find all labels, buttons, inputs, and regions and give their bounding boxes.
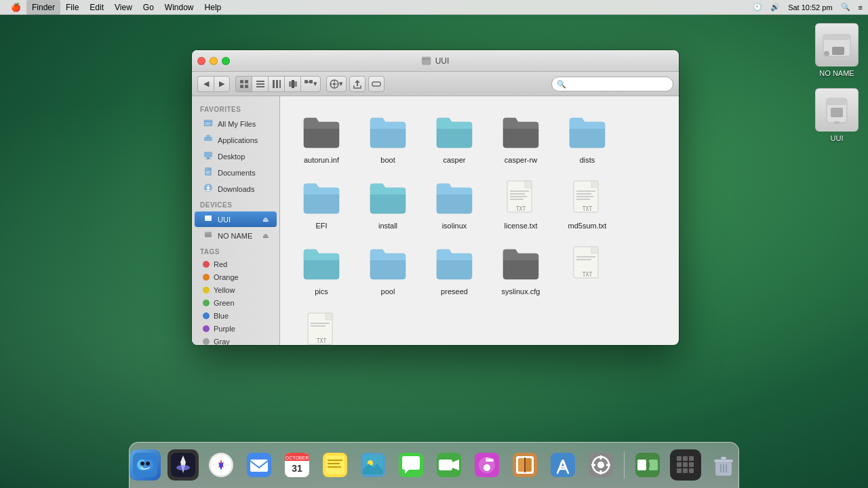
svg-rect-98	[326, 455, 344, 474]
dock-launchpad-grid[interactable]	[668, 447, 703, 483]
file-item-preseed[interactable]: preseed	[424, 239, 485, 299]
dock-stickies[interactable]	[317, 447, 353, 483]
svg-rect-117	[524, 458, 526, 472]
arrange-button[interactable]: ▾	[300, 76, 321, 92]
dock-photos[interactable]	[355, 447, 391, 483]
coverflow-view-button[interactable]	[284, 76, 300, 92]
menu-finder[interactable]: Finder	[26, 0, 60, 15]
sidebar-item-documents[interactable]: Documents	[195, 165, 277, 180]
sidebar-item-tag-purple[interactable]: Purple	[195, 323, 277, 335]
sidebar-item-applications[interactable]: Applications	[195, 132, 277, 148]
uui-drive-icon	[203, 214, 214, 225]
svg-rect-12	[240, 85, 243, 88]
spotlight-icon[interactable]: 🔍	[841, 3, 850, 12]
sidebar-item-uui[interactable]: UUI ⏏	[195, 211, 277, 227]
dock-appstore[interactable]: A	[545, 447, 580, 483]
sidebar-item-downloads[interactable]: Downloads	[195, 181, 277, 197]
file-item-pool[interactable]: pool	[357, 239, 418, 299]
sidebar-item-tag-blue[interactable]: Blue	[195, 310, 277, 322]
tag-button[interactable]	[368, 76, 384, 92]
file-item-casper-rw[interactable]: casper-rw	[490, 107, 551, 167]
column-view-button[interactable]	[268, 76, 284, 92]
finder-dock-icon	[130, 449, 161, 481]
desktop: 🍎 Finder File Edit View Go Window Help 🕙…	[0, 0, 868, 488]
file-item-install[interactable]: install	[357, 173, 418, 233]
file-item-license[interactable]: TXT license.txt	[490, 173, 551, 233]
sidebar-item-tag-green[interactable]: Green	[195, 297, 277, 309]
file-item-boot[interactable]: boot	[357, 107, 418, 167]
itunes-dock-icon	[471, 449, 502, 481]
dists-label: dists	[580, 156, 595, 165]
menu-view[interactable]: View	[109, 0, 138, 15]
dock-launchpad[interactable]	[165, 447, 201, 483]
svg-rect-39	[204, 152, 212, 157]
file-item-extra2[interactable]: TXT	[291, 305, 352, 345]
dock-migration[interactable]	[630, 447, 665, 483]
dock-itunes[interactable]	[469, 447, 505, 483]
sidebar-item-desktop[interactable]: Desktop	[195, 148, 277, 164]
file-item-dists[interactable]: dists	[557, 107, 618, 167]
dock-sysprefs[interactable]	[583, 447, 618, 483]
notification-icon[interactable]: ≡	[859, 3, 863, 12]
search-box[interactable]: 🔍	[551, 77, 673, 92]
pool-icon	[366, 241, 410, 285]
file-item-md5sum[interactable]: TXT md5sum.txt	[557, 173, 618, 233]
list-view-button[interactable]	[252, 76, 268, 92]
file-item-syslinux[interactable]: syslinux.cfg	[490, 239, 551, 299]
file-item-pics[interactable]: pics	[291, 239, 352, 299]
svg-rect-5	[827, 98, 847, 105]
downloads-label: Downloads	[218, 185, 254, 193]
file-item-casper[interactable]: casper	[424, 107, 485, 167]
desktop-icon-noname[interactable]: NO NAME	[812, 20, 861, 80]
minimize-button[interactable]	[210, 57, 218, 65]
window-title-disk-icon	[422, 56, 431, 66]
file-item-efi[interactable]: EFI	[291, 173, 352, 233]
menu-go[interactable]: Go	[138, 0, 159, 15]
file-item-isolinux[interactable]: isolinux	[424, 173, 485, 233]
icon-view-button[interactable]	[235, 76, 252, 92]
menu-help[interactable]: Help	[199, 0, 227, 15]
uui-eject-icon[interactable]: ⏏	[262, 216, 269, 223]
svg-point-80	[146, 462, 150, 466]
menu-edit[interactable]: Edit	[84, 0, 109, 15]
dock-trash[interactable]	[706, 447, 741, 483]
svg-rect-24	[309, 80, 313, 83]
documents-icon	[203, 167, 214, 178]
noname-eject-icon[interactable]: ⏏	[262, 232, 269, 239]
menu-file[interactable]: File	[60, 0, 84, 15]
maximize-button[interactable]	[222, 57, 230, 65]
datetime: Sat 10:52 pm	[788, 3, 832, 12]
efi-label: EFI	[315, 222, 327, 230]
dock-safari[interactable]	[203, 447, 239, 483]
sidebar-item-tag-orange[interactable]: Orange	[195, 271, 277, 283]
file-item-autorun[interactable]: autorun.inf	[291, 107, 352, 167]
dock-finder[interactable]	[127, 447, 163, 483]
apple-menu[interactable]: 🍎	[5, 0, 26, 15]
desktop-icon-uui[interactable]: UUI	[812, 85, 861, 145]
svg-rect-55	[510, 193, 525, 195]
back-button[interactable]: ◀	[197, 76, 214, 92]
dock-facetime[interactable]	[431, 447, 467, 483]
svg-rect-101	[328, 466, 341, 468]
close-button[interactable]	[197, 57, 205, 65]
sidebar-item-tag-gray[interactable]: Gray	[195, 336, 277, 345]
file-item-extra1[interactable]: TXT	[557, 239, 618, 299]
sidebar-item-noname[interactable]: NO NAME ⏏	[195, 228, 277, 243]
tag-purple-label: Purple	[214, 325, 235, 333]
share-button[interactable]	[349, 76, 366, 92]
dock-messages[interactable]	[393, 447, 429, 483]
search-input[interactable]	[570, 80, 667, 88]
dock-ibooks[interactable]	[507, 447, 542, 483]
syslinux-icon	[499, 241, 542, 285]
action-button[interactable]: ▾	[326, 76, 347, 92]
dock-calendar[interactable]: 31 OCTOBER	[279, 447, 315, 483]
forward-button[interactable]: ▶	[214, 76, 230, 92]
all-my-files-icon	[203, 118, 214, 129]
menu-window[interactable]: Window	[159, 0, 199, 15]
sidebar-item-tag-red[interactable]: Red	[195, 258, 277, 270]
volume-icon[interactable]: 🔊	[770, 3, 780, 12]
sidebar-item-tag-yellow[interactable]: Yellow	[195, 284, 277, 296]
install-label: install	[378, 222, 397, 230]
dock-mail[interactable]	[241, 447, 277, 483]
sidebar-item-all-my-files[interactable]: All My Files	[195, 116, 277, 131]
